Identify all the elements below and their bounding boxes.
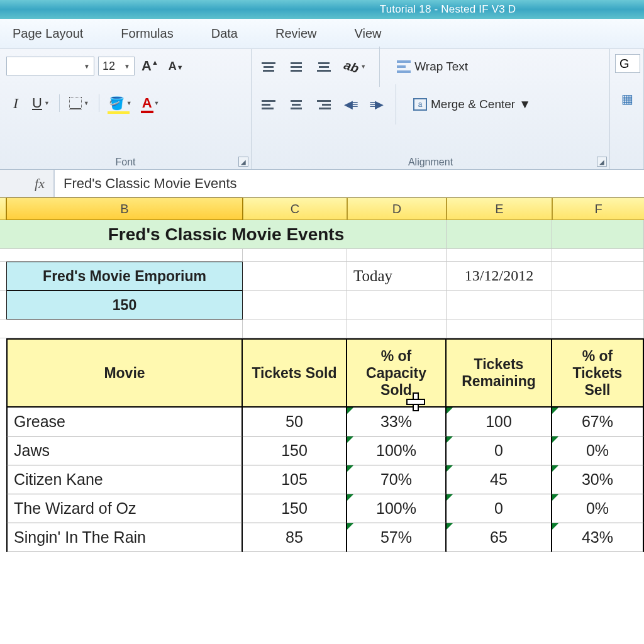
cell-sold[interactable]: 150 [243,494,347,523]
cell-remaining[interactable]: 0 [447,494,552,523]
cell[interactable] [243,249,347,262]
cell[interactable] [447,249,552,262]
row-capacity: 150 [0,291,644,319]
cell-movie[interactable]: Singin' In The Rain [6,523,243,552]
formula-input[interactable]: Fred's Classic Movie Events [54,170,644,197]
col-header-d[interactable]: D [347,197,447,220]
tab-page-layout[interactable]: Page Layout [13,26,83,41]
col-header-a-sliver[interactable] [0,197,6,220]
cell[interactable] [347,291,447,319]
cell[interactable] [447,319,552,338]
col-header-c[interactable]: C [243,197,347,220]
accounting-format-button[interactable]: ▦ [615,89,639,108]
cell-pct-capacity[interactable]: 70% [347,465,447,494]
align-bottom-button[interactable] [313,57,335,76]
align-right-button[interactable] [313,95,335,114]
row-spacer2 [0,319,644,338]
capacity-value[interactable]: 150 [6,291,243,319]
table-row: Grease5033%10067% [0,408,644,436]
th-pct-sell[interactable]: % of Tickets Sell [552,338,644,408]
align-center-button[interactable] [286,95,307,114]
group-label-font: Font [0,157,251,168]
cell[interactable] [552,262,644,291]
underline-button[interactable]: U▼ [29,94,53,113]
ribbon-tabs: Page Layout Formulas Data Review View [0,19,644,49]
alignment-dialog-launcher[interactable]: ◢ [597,157,607,167]
cell-pct-capacity[interactable]: 100% [347,436,447,465]
cell[interactable] [347,319,447,338]
cell-sold[interactable]: 50 [243,408,347,436]
cell[interactable] [6,319,243,338]
cell-pct-sell[interactable]: 43% [552,523,644,552]
col-header-f[interactable]: F [552,197,644,220]
decrease-indent-button[interactable]: ◀≡ [341,95,360,114]
cell[interactable] [243,319,347,338]
dropdown-arrow-icon: ▼ [360,64,366,70]
cell-sold[interactable]: 85 [243,523,347,552]
align-top-button[interactable] [258,57,279,76]
cell-remaining[interactable]: 100 [447,408,552,436]
col-header-e[interactable]: E [447,197,552,220]
number-format-combo[interactable]: G [615,54,640,73]
fill-color-button[interactable]: 🪣 ▼ [106,94,135,113]
cell[interactable] [243,262,347,291]
cell-movie[interactable]: The Wizard of Oz [6,494,243,523]
cell[interactable] [552,249,644,262]
tab-data[interactable]: Data [211,26,238,41]
cell-sold[interactable]: 150 [243,436,347,465]
cell[interactable] [6,249,243,262]
tab-view[interactable]: View [355,26,382,41]
today-label[interactable]: Today [347,262,447,291]
tab-formulas[interactable]: Formulas [121,26,173,41]
cell[interactable] [552,319,644,338]
cell-pct-sell[interactable]: 30% [552,465,644,494]
cell-movie[interactable]: Citizen Kane [6,465,243,494]
cell-sold[interactable]: 105 [243,465,347,494]
separator [396,84,396,125]
align-middle-button[interactable] [286,57,307,76]
emporium-name[interactable]: Fred's Movie Emporium [6,262,243,291]
col-header-b[interactable]: B [6,197,243,220]
wrap-text-button[interactable]: Wrap Text [390,57,475,76]
increase-indent-button[interactable]: ≡▶ [367,95,386,114]
font-dialog-launcher[interactable]: ◢ [238,157,248,167]
borders-button[interactable]: ▼ [66,94,92,113]
merge-center-button[interactable]: Merge & Center ▼ [406,95,538,114]
cell-movie[interactable]: Jaws [6,436,243,465]
orientation-button[interactable]: ab▼ [341,57,369,76]
cell-remaining[interactable]: 0 [447,436,552,465]
cell[interactable] [347,249,447,262]
today-value[interactable]: 13/12/2012 [447,262,552,291]
cell[interactable] [552,291,644,319]
font-color-button[interactable]: A ▼ [139,94,163,113]
cell-remaining[interactable]: 65 [447,523,552,552]
th-pct-capacity[interactable]: % of Capacity Sold [347,338,447,408]
th-tickets-remaining[interactable]: Tickets Remaining [447,338,552,408]
shrink-font-button[interactable]: A▼ [165,57,187,75]
cell-pct-sell[interactable]: 0% [552,494,644,523]
sheet-title[interactable]: Fred's Classic Movie Events [6,220,447,249]
italic-button[interactable]: I [6,94,25,113]
cell-movie[interactable]: Grease [6,408,243,436]
tab-review[interactable]: Review [275,26,317,41]
cell-pct-capacity[interactable]: 33% [347,408,447,436]
cell-pct-sell[interactable]: 67% [552,408,644,436]
cell[interactable] [552,220,644,249]
th-tickets-sold[interactable]: Tickets Sold [243,338,347,408]
cell[interactable] [447,291,552,319]
cell[interactable] [243,291,347,319]
cell-remaining[interactable]: 45 [447,465,552,494]
fx-label[interactable]: fx [0,170,54,197]
font-name-combo[interactable]: ▼ [6,57,94,75]
th-movie[interactable]: Movie [6,338,243,408]
worksheet[interactable]: B C D E F Fred's Classic Movie Events Fr… [0,197,644,552]
cell-pct-capacity[interactable]: 57% [347,523,447,552]
align-left-button[interactable] [258,95,279,114]
cell[interactable] [447,220,552,249]
group-label-alignment: Alignment [252,157,609,168]
font-size-combo[interactable]: 12 ▼ [98,57,135,75]
grow-font-button[interactable]: A▲ [138,57,162,75]
cell-pct-capacity[interactable]: 100% [347,494,447,523]
cell-pct-sell[interactable]: 0% [552,436,644,465]
italic-icon: I [13,95,18,112]
